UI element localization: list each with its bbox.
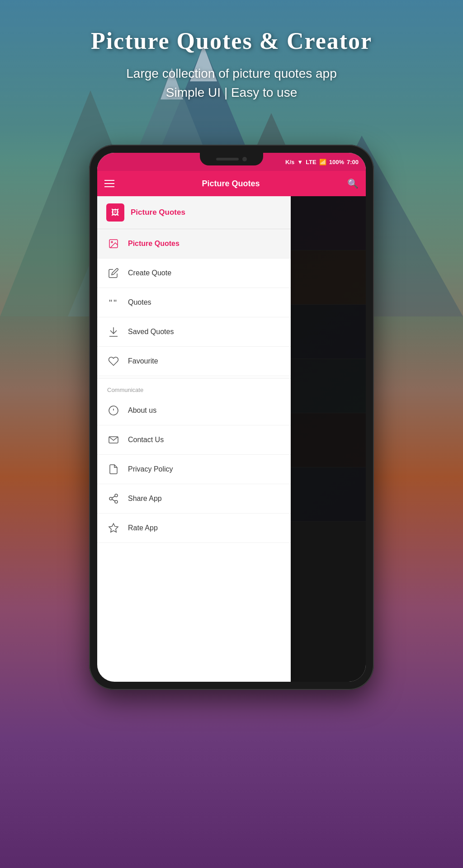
drawer-item-contact-us[interactable]: Contact Us xyxy=(97,425,291,455)
drawer-item-share-app[interactable]: Share App xyxy=(97,484,291,514)
phone-screen: K/s ▼ LTE 📶 100% 7:00 Picture Quotes 🔍 xyxy=(97,153,366,682)
communicate-section-header: Communicate xyxy=(97,380,291,396)
drawer-item-picture-quotes[interactable]: Picture Quotes xyxy=(97,229,291,259)
svg-text:": " xyxy=(109,298,112,308)
screen-content: Alone Anger Architecture Attitude xyxy=(97,196,366,682)
navigation-drawer: 🖼 Picture Quotes Pict xyxy=(97,196,291,682)
about-us-icon xyxy=(107,404,120,417)
drawer-logo: 🖼 xyxy=(106,203,124,222)
quotes-label: Quotes xyxy=(128,298,151,307)
rate-app-icon xyxy=(107,522,120,534)
app-header: Picture Quotes 🔍 xyxy=(97,171,366,196)
saved-quotes-label: Saved Quotes xyxy=(128,328,174,336)
signal-bars: 📶 xyxy=(319,159,326,165)
app-title: Picture Quotes & Creator xyxy=(9,27,454,55)
hamburger-menu[interactable] xyxy=(104,180,114,187)
share-app-icon xyxy=(107,492,120,505)
saved-quotes-icon xyxy=(107,326,120,338)
battery-level: 100% xyxy=(329,159,344,165)
svg-line-20 xyxy=(112,500,115,501)
app-subtitle: Large collection of picture quotes app S… xyxy=(9,64,454,102)
contact-us-icon xyxy=(107,434,120,446)
drawer-item-favourite[interactable]: Favourite xyxy=(97,347,291,376)
drawer-item-create-quote[interactable]: Create Quote xyxy=(97,259,291,288)
drawer-header: 🖼 Picture Quotes xyxy=(97,196,291,229)
create-quote-label: Create Quote xyxy=(128,269,171,277)
wifi-icon: ▼ xyxy=(297,159,303,165)
drawer-overlay[interactable] xyxy=(291,196,366,682)
phone-outer: K/s ▼ LTE 📶 100% 7:00 Picture Quotes 🔍 xyxy=(89,145,374,690)
drawer-divider xyxy=(97,378,291,378)
picture-quotes-icon xyxy=(107,237,120,250)
speaker xyxy=(216,158,239,160)
about-us-label: About us xyxy=(128,406,156,415)
rate-app-label: Rate App xyxy=(128,524,158,532)
phone-device: K/s ▼ LTE 📶 100% 7:00 Picture Quotes 🔍 xyxy=(89,145,374,690)
drawer-app-name: Picture Quotes xyxy=(131,208,185,217)
status-bar-icons: K/s ▼ LTE 📶 100% 7:00 xyxy=(285,159,359,165)
drawer-item-privacy-policy[interactable]: Privacy Policy xyxy=(97,455,291,484)
create-quote-icon xyxy=(107,267,120,279)
phone-notch xyxy=(200,153,263,165)
picture-quotes-label: Picture Quotes xyxy=(128,240,180,248)
favourite-icon xyxy=(107,355,120,368)
time-display: 7:00 xyxy=(347,159,359,165)
drawer-item-about-us[interactable]: About us xyxy=(97,396,291,425)
drawer-item-quotes[interactable]: " " Quotes xyxy=(97,288,291,317)
svg-point-18 xyxy=(109,497,112,500)
privacy-policy-label: Privacy Policy xyxy=(128,465,173,473)
svg-marker-22 xyxy=(109,524,118,532)
svg-text:": " xyxy=(113,298,117,308)
svg-point-19 xyxy=(115,500,118,503)
network-speed: K/s xyxy=(285,159,294,165)
privacy-policy-icon xyxy=(107,463,120,476)
drawer-logo-icon: 🖼 xyxy=(111,208,119,217)
favourite-label: Favourite xyxy=(128,357,158,365)
camera xyxy=(242,157,247,161)
share-app-label: Share App xyxy=(128,495,162,503)
drawer-item-saved-quotes[interactable]: Saved Quotes xyxy=(97,317,291,347)
search-icon[interactable]: 🔍 xyxy=(347,178,359,189)
contact-us-label: Contact Us xyxy=(128,436,164,444)
drawer-item-rate-app[interactable]: Rate App xyxy=(97,514,291,543)
svg-point-9 xyxy=(111,241,113,243)
svg-line-21 xyxy=(112,496,115,498)
lte-icon: LTE xyxy=(306,159,317,165)
quotes-icon: " " xyxy=(107,296,120,309)
app-header-title: Picture Quotes xyxy=(202,179,260,189)
svg-point-17 xyxy=(115,494,118,497)
header-section: Picture Quotes & Creator Large collectio… xyxy=(0,18,463,111)
